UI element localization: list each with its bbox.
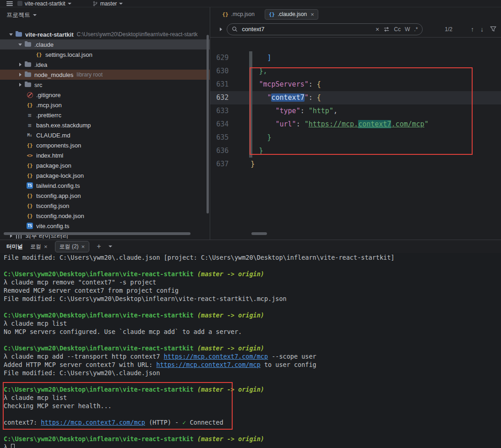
code-token: " bbox=[305, 93, 309, 102]
tree-item[interactable]: <>index.html bbox=[0, 150, 210, 160]
tree-item-label: .mcp.json bbox=[36, 102, 62, 109]
code-editor[interactable]: 629 ]630 },631 "mcpServers": {632 "conte… bbox=[210, 45, 501, 240]
next-match-icon[interactable]: ↓ bbox=[480, 26, 484, 33]
close-tab-icon[interactable]: × bbox=[82, 243, 85, 250]
code-line[interactable]: 635 } bbox=[210, 131, 501, 144]
chevron-open-icon[interactable] bbox=[16, 41, 24, 48]
tree-item[interactable]: .idea bbox=[0, 60, 210, 70]
line-number: 635 bbox=[210, 131, 229, 144]
project-vertical-scrollbar[interactable] bbox=[207, 35, 209, 213]
terminal-line: Added HTTP MCP server context7 with URL:… bbox=[4, 361, 501, 369]
json-icon: {} bbox=[26, 202, 34, 209]
terminal-text: File modified: C:\Users\ywm20\Desktop\in… bbox=[4, 295, 287, 302]
chevron-open-icon[interactable] bbox=[7, 31, 15, 38]
terminal-line: Removed MCP server context7 from project… bbox=[4, 286, 501, 295]
code-line[interactable]: 630 }, bbox=[210, 65, 501, 78]
code-line[interactable]: 637} bbox=[210, 158, 501, 171]
code-token: } bbox=[259, 147, 263, 155]
terminal-link[interactable]: https://mcp.context7.com/mcp bbox=[156, 361, 261, 368]
tree-item-label: .idea bbox=[34, 61, 47, 68]
project-horizontal-scrollbar[interactable] bbox=[4, 232, 191, 235]
tree-item[interactable]: node_moduleslibrary root bbox=[0, 70, 210, 80]
tree-item[interactable]: {}package.json bbox=[0, 160, 210, 170]
terminal-text: context7: bbox=[4, 419, 41, 426]
tree-item[interactable]: .claude bbox=[0, 39, 210, 49]
close-tab-icon[interactable]: × bbox=[310, 11, 314, 18]
terminal-tab-local[interactable]: 로컬 × bbox=[30, 243, 48, 251]
tree-item[interactable]: ≡.prettierrc bbox=[0, 110, 210, 120]
line-number: 630 bbox=[210, 65, 229, 78]
tree-item-label: tsconfig.node.json bbox=[36, 213, 84, 219]
tree-item[interactable]: ≡bash.exe.stackdump bbox=[0, 120, 210, 130]
terminal-text: C:\Users\ywm20\Desktop\inflearn\vite-rea… bbox=[4, 344, 197, 352]
clear-search-icon[interactable]: × bbox=[376, 26, 379, 33]
json-icon: {} bbox=[26, 162, 34, 169]
chevron-closed-icon[interactable] bbox=[16, 81, 24, 88]
new-terminal-icon[interactable]: + bbox=[97, 242, 101, 251]
terminal-text: (master -> origin) bbox=[197, 311, 264, 319]
tree-item[interactable]: {}tsconfig.node.json bbox=[0, 211, 210, 221]
filter-icon[interactable] bbox=[490, 26, 496, 32]
terminal-tab-local-2[interactable]: 로컬 (2) × bbox=[55, 241, 90, 252]
terminal-link[interactable]: https://mcp.context7.com/mcp bbox=[164, 353, 268, 360]
close-tab-icon[interactable]: × bbox=[44, 243, 48, 250]
swap-icon[interactable] bbox=[383, 27, 390, 32]
chevron-closed-icon[interactable] bbox=[16, 61, 24, 68]
tree-item[interactable]: {}settings.local.json bbox=[0, 49, 210, 60]
code-token: { bbox=[317, 80, 321, 88]
terminal-link[interactable]: https://mcp.context7.com/mcp bbox=[41, 419, 145, 426]
editor-horizontal-scrollbar[interactable] bbox=[251, 232, 267, 235]
terminal-line: File modified: C:\Users\ywm20\.claude.js… bbox=[4, 369, 501, 377]
tab-mcp-json[interactable]: {} .mcp.json bbox=[218, 10, 258, 19]
tree-item[interactable]: M↓CLAUDE.md bbox=[0, 130, 210, 140]
tree-item[interactable]: {}package-lock.json bbox=[0, 170, 210, 180]
tree-item-label: .prettierrc bbox=[36, 112, 61, 119]
tab-label: .mcp.json bbox=[231, 11, 255, 17]
code-line[interactable]: 629 ] bbox=[210, 51, 501, 65]
chevron-closed-icon[interactable] bbox=[16, 71, 24, 78]
tree-item[interactable]: src bbox=[0, 80, 210, 90]
tree-item-suffix: C:\Users\ywm20\Desktop\inflearn\vite-rea… bbox=[77, 31, 198, 38]
tree-item[interactable]: {}components.json bbox=[0, 140, 210, 150]
whole-words-toggle[interactable]: W bbox=[405, 26, 410, 33]
tree-item[interactable]: vite-react-startkitC:\Users\ywm20\Deskto… bbox=[0, 29, 210, 39]
vcs-branch-widget[interactable]: master bbox=[93, 0, 123, 7]
code-text: "url": "https://mcp.context7.com/mcp" bbox=[229, 118, 428, 131]
tree-item-label: package.json bbox=[36, 162, 71, 169]
code-line[interactable]: 634 "url": "https://mcp.context7.com/mcp… bbox=[210, 118, 501, 131]
tree-item[interactable]: TSvite.config.ts bbox=[0, 221, 210, 231]
code-line[interactable]: 632 "context7": { bbox=[210, 91, 501, 104]
tree-item[interactable]: TStailwind.config.ts bbox=[0, 180, 210, 191]
tree-item[interactable]: {}.mcp.json bbox=[0, 100, 210, 110]
code-line[interactable]: 633 "type": "http", bbox=[210, 104, 501, 118]
tree-item[interactable]: .gitignore bbox=[0, 90, 210, 100]
terminal-text: C:\Users\ywm20\Desktop\inflearn\vite-rea… bbox=[4, 270, 197, 278]
terminal-text: λ claude mcp list bbox=[4, 394, 67, 401]
terminal-line: λ claude mcp list bbox=[4, 319, 501, 328]
code-line[interactable]: 631 "mcpServers": { bbox=[210, 78, 501, 91]
hamburger-menu-icon[interactable] bbox=[6, 1, 13, 6]
search-field[interactable]: × Cc W .* bbox=[227, 23, 423, 35]
search-input[interactable] bbox=[242, 26, 371, 33]
code-token: context7 bbox=[271, 93, 304, 102]
project-panel-header[interactable]: 프로젝트 bbox=[0, 7, 210, 23]
tree-item[interactable]: {}tsconfig.json bbox=[0, 201, 210, 211]
chevron-down-icon[interactable] bbox=[109, 246, 112, 247]
json-icon: {} bbox=[26, 142, 34, 149]
code-text: "type": "http", bbox=[229, 104, 338, 118]
regex-toggle[interactable]: .* bbox=[414, 26, 418, 33]
code-token: : bbox=[296, 120, 305, 128]
code-line[interactable]: 636 } bbox=[210, 144, 501, 158]
tree-item-label: vite-react-startkit bbox=[25, 31, 74, 38]
terminal-output[interactable]: File modified: C:\Users\ywm20\.claude.js… bbox=[0, 253, 501, 448]
tab-claude-json[interactable]: {} .claude.json × bbox=[265, 9, 318, 20]
terminal-panel-title[interactable]: 터미널 bbox=[6, 243, 23, 251]
tree-item[interactable]: {}tsconfig.app.json bbox=[0, 191, 210, 201]
terminal-tab-bar: 터미널 로컬 × 로컬 (2) × + bbox=[0, 240, 501, 253]
match-case-toggle[interactable]: Cc bbox=[394, 26, 401, 33]
project-mini-icon bbox=[17, 1, 22, 6]
terminal-tab-label: 로컬 (2) bbox=[60, 243, 79, 251]
project-switcher[interactable]: vite-react-startkit bbox=[17, 0, 71, 7]
prev-match-icon[interactable]: ↑ bbox=[471, 26, 474, 33]
expand-replace-icon[interactable] bbox=[218, 26, 224, 33]
